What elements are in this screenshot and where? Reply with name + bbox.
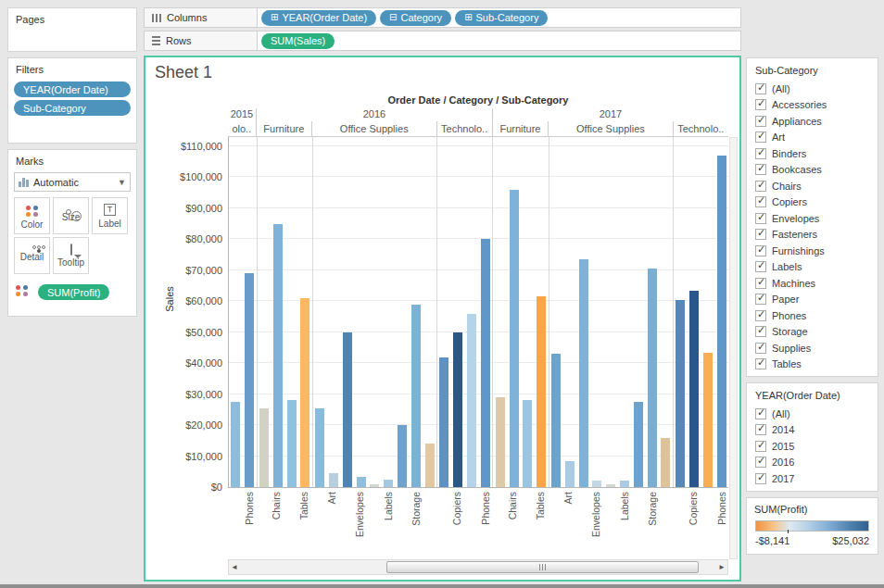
year-item--all-[interactable]: (All) <box>747 406 878 422</box>
checkbox-checked-icon[interactable] <box>755 148 766 159</box>
subcategory-item--all-[interactable]: (All) <box>747 81 878 97</box>
bar-2017-bookcases[interactable] <box>496 397 505 487</box>
bar-2017-paper[interactable] <box>634 402 643 487</box>
color-button[interactable]: Color <box>14 197 50 234</box>
checkbox-checked-icon[interactable] <box>755 457 766 468</box>
bar-2017-supplies[interactable] <box>661 438 670 488</box>
subcategory-item-bookcases[interactable]: Bookcases <box>747 162 878 179</box>
year-item-2014[interactable]: 2014 <box>747 422 878 439</box>
year-item-2015[interactable]: 2015 <box>747 438 878 455</box>
bar-2017-appliances[interactable] <box>551 354 561 487</box>
subcategory-item-copiers[interactable]: Copiers <box>747 194 878 211</box>
checkbox-checked-icon[interactable] <box>755 326 766 337</box>
checkbox-checked-icon[interactable] <box>755 294 766 305</box>
scrollbar-track[interactable] <box>240 560 716 574</box>
checkbox-checked-icon[interactable] <box>755 116 766 127</box>
bar-2017-fasteners[interactable] <box>606 484 615 487</box>
checkbox-checked-icon[interactable] <box>755 164 766 175</box>
subcategory-item-envelopes[interactable]: Envelopes <box>747 210 878 227</box>
filter-pill-sub-category[interactable]: Sub-Category <box>14 100 131 116</box>
label-button[interactable]: TLabel <box>92 197 128 234</box>
bar-2017-binders[interactable] <box>579 259 588 487</box>
checkbox-checked-icon[interactable] <box>755 441 766 452</box>
bar-2017-copiers[interactable] <box>689 291 699 487</box>
subcategory-item-machines[interactable]: Machines <box>747 275 878 292</box>
sum-profit-pill[interactable]: SUM(Profit) <box>38 284 109 300</box>
bar-2017-furnishings[interactable] <box>523 400 532 487</box>
bar-2016-paper[interactable] <box>398 425 407 487</box>
bar-2015-phones[interactable] <box>245 273 254 487</box>
subcategory-item-fasteners[interactable]: Fasteners <box>747 227 878 244</box>
checkbox-checked-icon[interactable] <box>755 278 766 289</box>
checkbox-checked-icon[interactable] <box>755 310 766 321</box>
year-item-2016[interactable]: 2016 <box>747 455 878 471</box>
checkbox-checked-icon[interactable] <box>755 408 766 419</box>
bar-2016-phones[interactable] <box>481 239 490 487</box>
bar-2016-art[interactable] <box>329 473 338 487</box>
bar-2017-tables[interactable] <box>537 296 546 487</box>
checkbox-checked-icon[interactable] <box>755 213 766 224</box>
bar-2016-envelopes[interactable] <box>357 477 366 487</box>
subcategory-item-binders[interactable]: Binders <box>747 145 878 162</box>
subcategory-item-storage[interactable]: Storage <box>747 324 878 341</box>
subcategory-item-accessories[interactable]: Accessories <box>747 97 878 114</box>
subcategory-item-furnishings[interactable]: Furnishings <box>747 243 878 259</box>
bar-2016-supplies[interactable] <box>425 444 435 487</box>
bar-2017-storage[interactable] <box>648 269 657 487</box>
tooltip-button[interactable]: Tooltip <box>53 237 89 274</box>
horizontal-scrollbar[interactable]: ◄ ► <box>228 559 728 575</box>
bar-2016-bookcases[interactable] <box>259 408 269 487</box>
bar-2017-machines[interactable] <box>703 353 713 488</box>
subcategory-item-phones[interactable]: Phones <box>747 307 878 324</box>
bar-2016-binders[interactable] <box>343 332 352 487</box>
subcategory-item-appliances[interactable]: Appliances <box>747 113 878 130</box>
year-item-2017[interactable]: 2017 <box>747 470 878 487</box>
detail-button[interactable]: Detail <box>14 237 50 274</box>
checkbox-checked-icon[interactable] <box>755 261 766 272</box>
bar-2016-appliances[interactable] <box>315 408 324 487</box>
bar-2017-accessories[interactable] <box>676 300 685 487</box>
checkbox-checked-icon[interactable] <box>755 83 766 94</box>
bar-2015-machines[interactable] <box>231 402 240 487</box>
checkbox-checked-icon[interactable] <box>755 358 766 369</box>
checkbox-checked-icon[interactable] <box>755 196 766 207</box>
subcategory-item-chairs[interactable]: Chairs <box>747 178 878 194</box>
bar-2017-phones[interactable] <box>717 156 726 487</box>
scroll-left-arrow[interactable]: ◄ <box>229 560 240 574</box>
profit-color-gradient[interactable] <box>755 520 869 532</box>
columns-pill-year-order-date-[interactable]: ⊞YEAR(Order Date) <box>261 10 376 26</box>
size-button[interactable]: Size <box>53 197 89 234</box>
bar-2017-art[interactable] <box>565 461 575 487</box>
columns-pill-category[interactable]: ⊟Category <box>380 10 451 26</box>
bar-2016-copiers[interactable] <box>453 332 462 487</box>
columns-pill-sub-category[interactable]: ⊞Sub-Category <box>455 10 548 26</box>
rows-pill-sum-sales-[interactable]: SUM(Sales) <box>261 33 335 49</box>
vertical-scrollbar[interactable] <box>729 137 738 559</box>
bar-2016-storage[interactable] <box>411 305 421 487</box>
bar-2016-labels[interactable] <box>384 480 393 487</box>
checkbox-checked-icon[interactable] <box>755 229 766 240</box>
bar-2016-machines[interactable] <box>467 314 476 487</box>
checkbox-checked-icon[interactable] <box>755 131 766 143</box>
subcategory-item-tables[interactable]: Tables <box>747 357 878 373</box>
checkbox-checked-icon[interactable] <box>755 181 766 192</box>
mark-type-dropdown[interactable]: Automatic ▼ <box>14 172 131 192</box>
subcategory-item-art[interactable]: Art <box>747 130 878 146</box>
scroll-right-arrow[interactable]: ► <box>716 560 727 574</box>
subcategory-item-labels[interactable]: Labels <box>747 259 878 276</box>
checkbox-checked-icon[interactable] <box>755 245 766 256</box>
scrollbar-thumb[interactable] <box>386 561 699 573</box>
bar-2017-chairs[interactable] <box>510 190 519 487</box>
checkbox-checked-icon[interactable] <box>755 473 766 484</box>
subcategory-item-paper[interactable]: Paper <box>747 292 878 308</box>
checkbox-checked-icon[interactable] <box>755 343 766 354</box>
subcategory-item-supplies[interactable]: Supplies <box>747 340 878 357</box>
bar-2016-tables[interactable] <box>300 298 309 487</box>
bar-2016-furnishings[interactable] <box>287 400 297 487</box>
filter-pill-year-order-date-[interactable]: YEAR(Order Date) <box>14 81 131 97</box>
bar-2017-labels[interactable] <box>620 481 629 487</box>
checkbox-checked-icon[interactable] <box>755 99 766 110</box>
bar-2016-fasteners[interactable] <box>370 484 379 487</box>
bar-2016-accessories[interactable] <box>439 357 448 488</box>
bar-2016-chairs[interactable] <box>273 224 283 487</box>
